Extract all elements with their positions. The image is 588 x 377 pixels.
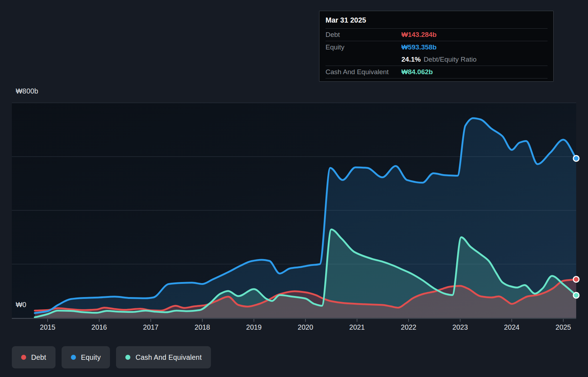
- equity-end-marker: [573, 156, 579, 161]
- x-axis-label-2021: 2021: [341, 323, 373, 331]
- x-axis-label-2019: 2019: [238, 323, 270, 331]
- chart-tooltip: Mar 31 2025 Debt ₩143.284b Equity ₩593.3…: [319, 11, 554, 82]
- x-axis-label-2025: 2025: [547, 323, 579, 331]
- y-axis-label-0: ₩0: [16, 301, 26, 309]
- tooltip-cash-label: Cash And Equivalent: [326, 68, 401, 76]
- legend-label: Cash And Equivalent: [135, 353, 202, 362]
- balance-sheet-chart-panel: ₩800b ₩0 2015201620172018201920202021202…: [0, 0, 588, 377]
- tooltip-ratio-value: 24.1%: [401, 56, 421, 63]
- tooltip-row-ratio: 24.1%Debt/Equity Ratio: [326, 53, 548, 66]
- equity-color-dot-icon: [71, 355, 76, 360]
- tooltip-row-equity: Equity ₩593.358b: [326, 41, 548, 53]
- tooltip-ratio: 24.1%Debt/Equity Ratio: [401, 56, 477, 63]
- tooltip-row-cash: Cash And Equivalent ₩84.062b: [326, 66, 548, 78]
- x-axis-label-2020: 2020: [289, 323, 322, 331]
- tooltip-equity-label: Equity: [326, 43, 401, 51]
- x-axis-label-2017: 2017: [135, 323, 167, 331]
- tooltip-debt-label: Debt: [326, 31, 401, 39]
- cash-and-equivalent-end-marker: [573, 292, 579, 298]
- chart-legend: DebtEquityCash And Equivalent: [12, 346, 211, 368]
- debt-color-dot-icon: [21, 355, 26, 360]
- tooltip-cash-value: ₩84.062b: [401, 68, 433, 76]
- x-axis-label-2018: 2018: [186, 323, 218, 331]
- tooltip-ratio-label: Debt/Equity Ratio: [424, 56, 477, 63]
- x-axis-label-2016: 2016: [83, 323, 115, 331]
- tooltip-debt-value: ₩143.284b: [401, 31, 437, 39]
- legend-label: Equity: [81, 353, 101, 362]
- y-axis-label-800b: ₩800b: [16, 87, 38, 95]
- tooltip-equity-value: ₩593.358b: [401, 43, 437, 51]
- legend-item-debt[interactable]: Debt: [12, 346, 56, 368]
- cash-and-equivalent-color-dot-icon: [125, 355, 130, 360]
- x-axis-label-2015: 2015: [32, 323, 64, 331]
- legend-item-cash-and-equivalent[interactable]: Cash And Equivalent: [116, 346, 211, 368]
- x-axis-label-2024: 2024: [496, 323, 528, 331]
- tooltip-date: Mar 31 2025: [326, 14, 548, 29]
- legend-item-equity[interactable]: Equity: [62, 346, 110, 368]
- x-axis-label-2023: 2023: [444, 323, 476, 331]
- tooltip-row-debt: Debt ₩143.284b: [326, 29, 548, 41]
- x-axis-label-2022: 2022: [392, 323, 425, 331]
- legend-label: Debt: [31, 353, 46, 362]
- debt-end-marker: [573, 277, 579, 282]
